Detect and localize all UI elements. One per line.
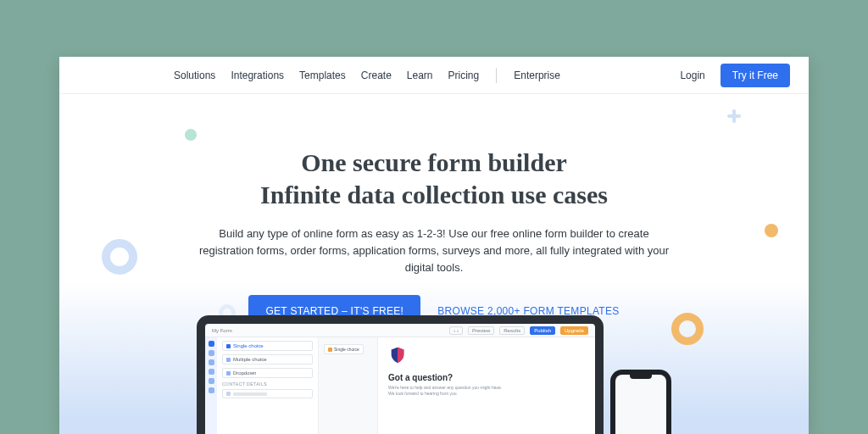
mock-field-dropdown: Dropdown <box>222 368 313 378</box>
mock-left-rail <box>205 337 217 434</box>
mock-app-toolbar: My Form ‹ › Preview Results Publish Upgr… <box>205 324 595 337</box>
mock-canvas-chip: Single choice <box>324 344 364 354</box>
square-icon <box>328 348 332 352</box>
phone-mockup <box>610 370 671 434</box>
mock-section-label: CONTACT DETAILS <box>222 381 313 387</box>
page-card: Solutions Integrations Templates Create … <box>59 57 809 434</box>
mock-preview-panel: Got a question? We're here to help and a… <box>378 337 595 434</box>
mock-canvas-panel: Single choice <box>319 337 378 434</box>
nav-create[interactable]: Create <box>361 70 392 81</box>
try-free-button[interactable]: Try it Free <box>721 64 790 87</box>
mock-toolbar-arrows: ‹ › <box>449 326 463 335</box>
top-nav: Solutions Integrations Templates Create … <box>59 57 809 94</box>
phone-notch <box>630 375 652 379</box>
radio-icon <box>226 344 231 348</box>
nav-enterprise[interactable]: Enterprise <box>514 70 560 81</box>
hero-title: One secure form builder Infinite data co… <box>59 147 809 212</box>
nav-solutions[interactable]: Solutions <box>174 70 215 81</box>
mock-field-label: Single choice <box>233 343 264 348</box>
mock-preview-subtitle: We're here to help and answer any questi… <box>388 385 507 397</box>
mock-toolbar-publish: Publish <box>530 326 555 335</box>
shield-icon <box>388 346 407 364</box>
hero-title-line1: One secure form builder <box>301 148 567 176</box>
nav-integrations[interactable]: Integrations <box>231 70 284 81</box>
rail-icon <box>209 387 214 393</box>
device-mockups: My Form ‹ › Preview Results Publish Upgr… <box>197 315 671 434</box>
nav-pricing[interactable]: Pricing <box>448 70 480 81</box>
mock-preview-title: Got a question? <box>388 373 585 382</box>
checkbox-icon <box>226 358 231 362</box>
hero-title-line2: Infinite data collection use cases <box>260 181 608 209</box>
mock-field-single-choice: Single choice <box>222 341 313 351</box>
rail-icon <box>209 369 214 375</box>
mock-app-title: My Form <box>212 328 232 333</box>
mock-fields-panel: Single choice Multiple choice Dropdown C… <box>217 337 319 434</box>
rail-icon <box>209 350 214 356</box>
rail-icon <box>209 378 214 384</box>
mock-toolbar-preview: Preview <box>468 326 494 335</box>
placeholder-bar <box>233 392 267 396</box>
nav-learn[interactable]: Learn <box>407 70 433 81</box>
nav-divider <box>496 68 497 83</box>
mock-field-generic <box>222 389 313 398</box>
laptop-mockup: My Form ‹ › Preview Results Publish Upgr… <box>197 315 604 434</box>
hero-section: One secure form builder Infinite data co… <box>59 94 809 327</box>
nav-left-group: Solutions Integrations Templates Create … <box>174 68 560 83</box>
mock-field-label: Dropdown <box>233 370 256 376</box>
mock-canvas-chip-label: Single choice <box>334 347 359 352</box>
mock-toolbar-upgrade: Upgrade <box>560 326 588 335</box>
hero-subtitle: Build any type of online form as easy as… <box>197 225 671 276</box>
rail-icon <box>209 359 214 365</box>
mock-app-body: Single choice Multiple choice Dropdown C… <box>205 337 595 434</box>
nav-templates[interactable]: Templates <box>299 70 346 81</box>
login-link[interactable]: Login <box>680 70 704 81</box>
rail-icon <box>209 341 214 347</box>
nav-right-group: Login Try it Free <box>680 64 790 87</box>
field-icon <box>226 392 231 396</box>
dropdown-icon <box>226 371 231 376</box>
mock-field-label: Multiple choice <box>233 357 267 362</box>
mock-field-multiple-choice: Multiple choice <box>222 354 313 364</box>
mock-toolbar-results: Results <box>499 326 525 335</box>
